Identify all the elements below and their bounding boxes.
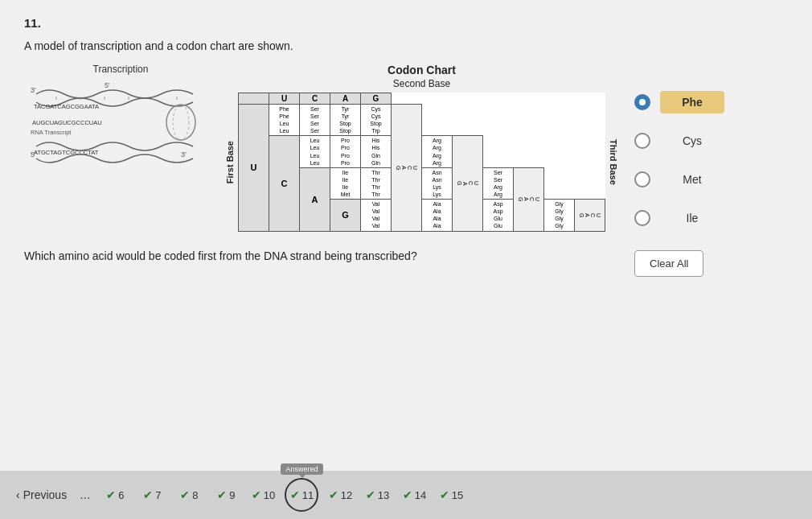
page-num-11: 11 (302, 489, 314, 501)
question-body: Which amino acid would be coded first fr… (24, 249, 490, 262)
transcription-diagram: Transcription 3' 5' (24, 64, 217, 186)
radio-ile[interactable] (634, 210, 650, 226)
clear-all-button[interactable]: Clear All (634, 250, 703, 277)
page-btn-14[interactable]: ✔ 14 (399, 480, 429, 510)
content-area: Transcription 3' 5' (24, 64, 788, 277)
third-base-g-col: UCAG (575, 200, 605, 231)
cell-ac: ThrThrThrThr (361, 167, 392, 199)
table-row: C LeuLeuLeuLeu ProProProPro HisHisGlnGln… (239, 136, 605, 167)
page-num-7: 7 (155, 489, 161, 501)
right-section: Phe Cys Met Ile Clear All (634, 64, 788, 277)
answer-option-ile[interactable]: Ile (634, 204, 788, 233)
cell-ca: HisHisGlnGln (361, 136, 392, 167)
question-intro: A model of transcription and a codon cha… (24, 39, 788, 52)
page-btn-7[interactable]: ✔ 7 (137, 480, 167, 510)
answer-option-cys[interactable]: Cys (634, 126, 788, 155)
cell-uc: SerSerSerSer (300, 105, 330, 136)
page-num-12: 12 (341, 489, 352, 501)
transcription-label: Transcription (24, 64, 217, 75)
page-btn-6[interactable]: ✔ 6 (100, 480, 130, 510)
cell-ag: SerSerArgArg (483, 167, 514, 199)
page-num-15: 15 (452, 489, 463, 501)
check-icon-14: ✔ (403, 488, 412, 501)
check-icon-8: ✔ (180, 488, 190, 501)
codon-chart-container: Codon Chart Second Base First Base U C A (225, 64, 618, 232)
page-btn-11[interactable]: Answered ✔ 11 (285, 478, 318, 512)
page-num-9: 9 (229, 489, 235, 501)
third-base-a-col: UCAG (514, 167, 544, 231)
dots: ... (80, 488, 90, 502)
answer-option-phe[interactable]: Phe (634, 88, 788, 117)
svg-text:5': 5' (105, 81, 110, 89)
answer-label-ile[interactable]: Ile (660, 207, 724, 229)
check-icon-13: ✔ (366, 488, 375, 501)
check-icon-11: ✔ (290, 488, 300, 501)
radio-cys[interactable] (634, 133, 650, 149)
svg-point-9 (166, 105, 195, 140)
previous-label[interactable]: Previous (23, 488, 67, 501)
answer-label-met[interactable]: Met (660, 168, 724, 191)
header-u: U (269, 93, 300, 105)
first-base-a: A (300, 167, 330, 231)
codon-table-wrapper: First Base U C A G (225, 93, 618, 232)
cell-ug: CysCysStopTrp (361, 105, 392, 136)
page-num-6: 6 (118, 489, 124, 501)
header-c: C (300, 93, 330, 105)
third-base-label: Third Base (609, 139, 618, 185)
cell-ga: AspAspGluGlu (483, 200, 514, 231)
answer-option-met[interactable]: Met (634, 165, 788, 194)
page-num-14: 14 (415, 489, 426, 501)
previous-button[interactable]: ‹ Previous (16, 488, 67, 501)
bottom-nav: ‹ Previous ... ✔ 6 ✔ 7 ✔ 8 ✔ 9 ✔ 10 Answ… (0, 471, 812, 519)
page-btn-15[interactable]: ✔ 15 (436, 480, 466, 510)
cell-cg: ArgArgArgArg (422, 136, 453, 167)
table-row: U PhePheLeuLeu SerSerSerSer TyrTyrStopSt… (239, 105, 605, 136)
codon-chart-title: Codon Chart (388, 64, 456, 76)
page-btn-12[interactable]: ✔ 12 (325, 480, 355, 510)
diagram-row: Transcription 3' 5' (24, 64, 618, 232)
check-icon-10: ✔ (252, 488, 261, 501)
page-num-13: 13 (378, 489, 389, 501)
answer-label-cys[interactable]: Cys (660, 130, 724, 152)
page-num-10: 10 (264, 489, 275, 501)
first-base-label: First Base (225, 141, 235, 183)
first-base-u: U (239, 105, 269, 232)
transcription-svg: 3' 5' TACGATCAGCGGA (24, 78, 217, 183)
radio-met[interactable] (634, 171, 650, 187)
first-base-g: G (330, 200, 361, 231)
svg-text:TACGATCAGCGGAATA: TACGATCAGCGGAATA (34, 103, 99, 110)
second-base-label: Second Base (393, 78, 450, 89)
svg-text:3': 3' (31, 86, 36, 94)
svg-text:RNA Transcript: RNA Transcript (31, 129, 72, 136)
page-btn-8[interactable]: ✔ 8 (174, 480, 204, 510)
check-icon-12: ✔ (329, 488, 338, 501)
codon-table: U C A G U PhePheLeuLeu (238, 93, 605, 232)
header-empty (239, 93, 269, 105)
page-btn-13[interactable]: ✔ 13 (362, 480, 392, 510)
cell-uu: PhePheLeuLeu (269, 105, 300, 136)
check-icon-15: ✔ (440, 488, 449, 501)
cell-ua: TyrTyrStopStop (330, 105, 361, 136)
third-base-c-col: UCAG (453, 136, 483, 231)
check-icon-7: ✔ (143, 488, 153, 501)
radio-phe[interactable] (634, 94, 650, 110)
page-num-8: 8 (192, 489, 198, 501)
cell-cc: ProProProPro (330, 136, 361, 167)
cell-gg: GlyGlyGlyGly (544, 200, 575, 231)
header-a: A (330, 93, 361, 105)
svg-point-10 (173, 105, 189, 140)
third-base-u-col: UCAG (392, 105, 422, 232)
answer-label-phe[interactable]: Phe (660, 91, 724, 113)
first-base-c: C (269, 136, 300, 231)
chevron-left-icon: ‹ (16, 488, 20, 501)
page-btn-10[interactable]: ✔ 10 (248, 480, 278, 510)
svg-text:3': 3' (181, 150, 187, 159)
page-btn-9[interactable]: ✔ 9 (211, 480, 241, 510)
check-icon-6: ✔ (106, 488, 116, 501)
check-icon-9: ✔ (217, 488, 227, 501)
answered-badge: Answered (281, 463, 322, 475)
header-g: G (361, 93, 392, 105)
main-container: 11. A model of transcription and a codon… (0, 0, 812, 519)
question-number: 11. (24, 16, 788, 30)
cell-aa: AsnAsnLysLys (422, 167, 453, 199)
